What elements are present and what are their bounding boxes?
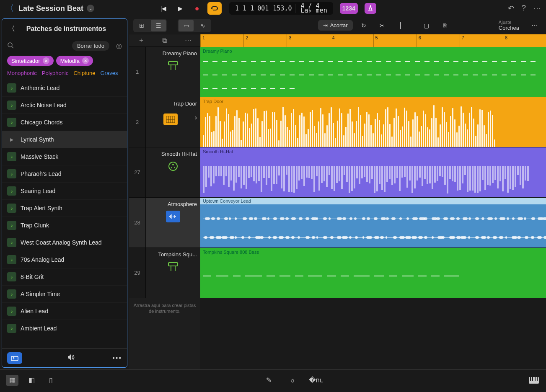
track-header[interactable]: 2 Trap Door › bbox=[129, 97, 200, 147]
eq-button[interactable]: �ու bbox=[310, 375, 322, 386]
track-stack-button[interactable]: ⧉ bbox=[162, 37, 167, 44]
midi-region[interactable]: Trap Door /*filled by js*/ bbox=[200, 97, 546, 147]
play-icon[interactable]: ▶ bbox=[7, 135, 16, 144]
smart-controls-button[interactable]: ▯ bbox=[44, 375, 57, 386]
undo-icon[interactable]: ↶ bbox=[508, 4, 514, 13]
copy-tool-button[interactable]: ⎘ bbox=[437, 20, 453, 31]
patch-item[interactable]: ♪70s Analog Lead bbox=[2, 251, 127, 268]
remove-tag-icon[interactable]: ✕ bbox=[43, 57, 49, 64]
track-name: Smooth Hi-Hat bbox=[149, 151, 197, 157]
library-folder-button[interactable] bbox=[7, 352, 22, 364]
subtag-monophonic[interactable]: Monophonic bbox=[7, 70, 37, 76]
marquee-tool-button[interactable]: ▢ bbox=[419, 20, 434, 31]
split-tool-button[interactable]: ⎮ bbox=[393, 20, 408, 31]
ruler-segment[interactable]: 4 bbox=[330, 34, 373, 47]
patch-item[interactable]: ♪Pharaoh's Lead bbox=[2, 165, 127, 183]
lcd-key-sig: 4 / 4 La♭ men bbox=[295, 4, 329, 13]
subtag-chiptune[interactable]: Chiptune bbox=[73, 70, 95, 76]
patch-item-selected[interactable]: ▶Lyrical Synth bbox=[2, 131, 127, 148]
patch-item[interactable]: ♪Massive Stack bbox=[2, 148, 127, 165]
track-header[interactable]: 29 Tompkins Squ... bbox=[129, 248, 200, 298]
sidebar-header: 〈 Patches de instrumentos bbox=[2, 19, 127, 39]
expand-track-chevron[interactable]: › bbox=[195, 114, 197, 121]
patch-item[interactable]: ♪Searing Lead bbox=[2, 183, 127, 200]
midi-region[interactable]: Tompkins Square 808 Bass bbox=[200, 248, 546, 298]
clear-all-button[interactable]: Borrar todo bbox=[72, 41, 109, 51]
audio-region[interactable]: Uptown Conveyor Lead bbox=[200, 198, 546, 248]
edit-button[interactable]: ✎ bbox=[263, 375, 275, 386]
back-button[interactable]: 〈 bbox=[5, 2, 14, 15]
patch-item[interactable]: ♪Trap Clunk bbox=[2, 217, 127, 234]
sidebar-more-button[interactable]: ••• bbox=[112, 354, 122, 362]
list-view-button[interactable]: ☰ bbox=[151, 20, 166, 31]
svg-point-1 bbox=[8, 43, 12, 47]
ruler-segment[interactable]: 2 bbox=[243, 34, 287, 47]
track-header-selected[interactable]: 28 Atmosphere bbox=[129, 198, 200, 248]
function-shorten-button[interactable]: ⇥Acortar bbox=[318, 20, 353, 31]
timeline-ruler[interactable]: 1 2 3 4 5 6 7 8 bbox=[200, 34, 546, 47]
ruler-segment[interactable]: 5 bbox=[373, 34, 417, 47]
ruler-segment[interactable]: 7 bbox=[460, 34, 503, 47]
search-icon[interactable] bbox=[7, 42, 14, 50]
sidebar-footer: ••• bbox=[2, 348, 127, 367]
track-header[interactable]: 1 Dreamy Piano bbox=[129, 47, 200, 97]
grid-view-button[interactable]: ⊞ bbox=[134, 20, 149, 31]
ruler-segment[interactable]: 1 bbox=[200, 34, 243, 47]
track-header[interactable]: 27 Smooth Hi-Hat bbox=[129, 147, 200, 198]
lcd-display[interactable]: 1 1 1 001 153,0 4 / 4 La♭ men bbox=[229, 2, 333, 15]
patch-list[interactable]: ♪Anthemic Lead ♪Arctic Noise Lead ♪Chica… bbox=[2, 80, 127, 348]
midi-region[interactable]: Dreamy Piano bbox=[200, 47, 546, 97]
patch-item[interactable]: ♪8-Bit Grit bbox=[2, 268, 127, 286]
cycle-button[interactable] bbox=[207, 2, 222, 15]
patch-item[interactable]: ♪Trap Alert Synth bbox=[2, 200, 127, 217]
subtag-polyphonic[interactable]: Polyphonic bbox=[42, 70, 69, 76]
keyboard-button[interactable] bbox=[528, 375, 540, 386]
ruler-segment[interactable]: 8 bbox=[503, 34, 546, 47]
filter-tag-melodia[interactable]: Melodía✕ bbox=[56, 56, 93, 66]
remove-tag-icon[interactable]: ✕ bbox=[82, 57, 89, 64]
settings-button[interactable]: ☼ bbox=[286, 375, 299, 386]
patch-item[interactable]: ♪West Coast Analog Synth Lead bbox=[2, 234, 127, 251]
snap-setting[interactable]: Ajuste Corchea bbox=[499, 20, 519, 31]
project-menu-chevron[interactable]: ⌄ bbox=[87, 5, 94, 12]
browser-button[interactable]: ▦ bbox=[6, 375, 18, 386]
ruler-segment[interactable]: 3 bbox=[287, 34, 330, 47]
patch-item[interactable]: ♪A Simpler Time bbox=[2, 286, 127, 303]
patch-item[interactable]: ♪Arctic Noise Lead bbox=[2, 97, 127, 114]
metronome-badge[interactable] bbox=[365, 3, 376, 14]
filter-icon[interactable]: ◎ bbox=[116, 42, 122, 50]
play-button[interactable]: ▶ bbox=[174, 2, 186, 15]
record-button[interactable]: ● bbox=[191, 2, 203, 15]
midi-notes bbox=[203, 256, 543, 295]
track-header-more-button[interactable]: ⋯ bbox=[185, 36, 191, 44]
patch-item[interactable]: ♪Ambient Lead bbox=[2, 320, 127, 337]
preview-sound-button[interactable] bbox=[67, 354, 75, 362]
patch-item[interactable]: ♪Anthemic Lead bbox=[2, 80, 127, 97]
patch-preset-icon: ♪ bbox=[7, 238, 16, 247]
ruler-segment[interactable]: 6 bbox=[417, 34, 460, 47]
midi-region[interactable]: Smooth Hi-Hat bbox=[200, 147, 546, 198]
go-to-start-button[interactable]: |◀ bbox=[157, 2, 170, 15]
sidebar-back-button[interactable]: 〈 bbox=[7, 23, 16, 34]
project-title[interactable]: Late Session Beat bbox=[18, 4, 83, 13]
scissors-tool-button[interactable]: ✂ bbox=[375, 20, 390, 31]
patch-item[interactable]: ♪Chicago Chords bbox=[2, 114, 127, 131]
toolbar-more-button[interactable]: ⋯ bbox=[527, 20, 542, 31]
patch-item[interactable]: ♪Alien Lead bbox=[2, 303, 127, 320]
timeline[interactable]: 1 2 3 4 5 6 7 8 Dreamy Piano bbox=[200, 34, 546, 369]
loop-tool-button[interactable]: ↻ bbox=[356, 20, 371, 31]
region-view-button[interactable]: ▭ bbox=[179, 20, 194, 31]
region-label: Smooth Hi-Hat bbox=[203, 149, 543, 154]
svg-line-14 bbox=[171, 167, 172, 168]
mixer-button[interactable]: ◧ bbox=[25, 375, 38, 386]
count-in-badge[interactable]: 1234 bbox=[340, 3, 358, 14]
more-icon[interactable]: ⋯ bbox=[533, 4, 541, 13]
help-icon[interactable]: ? bbox=[522, 4, 526, 13]
svg-line-0 bbox=[370, 6, 371, 9]
region-label: Dreamy Piano bbox=[203, 49, 543, 54]
subtag-graves[interactable]: Graves bbox=[100, 70, 118, 76]
add-track-button[interactable]: ＋ bbox=[138, 36, 145, 45]
automation-view-button[interactable]: ∿ bbox=[195, 20, 210, 31]
drummer-icon bbox=[166, 160, 180, 172]
filter-tag-sintetizador[interactable]: Sintetizador✕ bbox=[7, 56, 54, 66]
